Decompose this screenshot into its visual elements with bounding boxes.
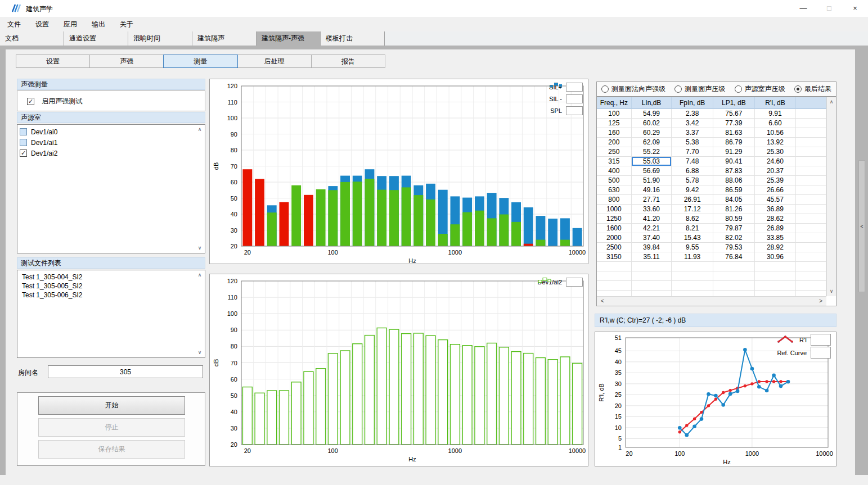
radio-icon[interactable] bbox=[601, 85, 609, 93]
table-cell[interactable]: 160 bbox=[597, 128, 632, 138]
table-cell[interactable]: 36.89 bbox=[755, 205, 797, 214]
device-checkbox[interactable] bbox=[20, 139, 27, 146]
action-button-1[interactable]: 停止 bbox=[38, 418, 185, 437]
table-cell[interactable]: 30.96 bbox=[755, 252, 797, 262]
table-cell[interactable]: 26.91 bbox=[672, 195, 713, 205]
table-cell[interactable]: 13.92 bbox=[755, 138, 797, 147]
table-cell[interactable] bbox=[796, 109, 826, 119]
table-cell[interactable]: 3.42 bbox=[672, 119, 713, 128]
table-cell[interactable]: 1250 bbox=[597, 214, 632, 224]
radio-option-2[interactable]: 声源室声压级 bbox=[735, 84, 785, 94]
device-checkbox[interactable] bbox=[20, 128, 27, 135]
table-cell[interactable]: 6.60 bbox=[755, 119, 797, 128]
table-header-cell[interactable]: LIn,dB bbox=[632, 97, 672, 109]
table-cell[interactable]: 2000 bbox=[597, 233, 632, 243]
tab-5[interactable]: 楼板打击 bbox=[321, 31, 385, 46]
minimize-button[interactable]: — bbox=[790, 0, 816, 17]
scroll-down-icon[interactable]: ∨ bbox=[828, 289, 835, 294]
room-name-input[interactable] bbox=[48, 365, 203, 378]
table-cell[interactable]: 84.05 bbox=[713, 195, 755, 205]
table-cell[interactable]: 8.62 bbox=[672, 214, 713, 224]
table-cell[interactable]: 3150 bbox=[597, 252, 632, 262]
table-cell[interactable] bbox=[796, 176, 826, 185]
table-cell[interactable]: 9.42 bbox=[672, 185, 713, 195]
table-cell[interactable]: 56.69 bbox=[632, 166, 672, 176]
table-cell[interactable]: 800 bbox=[597, 195, 632, 205]
table-cell[interactable]: 28.62 bbox=[755, 214, 797, 224]
table-cell[interactable] bbox=[796, 147, 826, 157]
subtab-3[interactable]: 后处理 bbox=[237, 55, 312, 68]
scroll-down-icon[interactable]: ∨ bbox=[196, 350, 203, 355]
table-cell[interactable] bbox=[796, 224, 826, 233]
tab-3[interactable]: 建筑隔声 bbox=[192, 31, 257, 46]
table-cell[interactable]: 88.06 bbox=[713, 176, 755, 185]
table-cell[interactable]: 500 bbox=[597, 176, 632, 185]
selected-cell[interactable]: 55.03 bbox=[632, 157, 672, 166]
maximize-button[interactable]: □ bbox=[816, 0, 842, 17]
table-header-cell[interactable]: R'I, dB bbox=[755, 97, 797, 109]
table-cell[interactable]: 62.09 bbox=[632, 138, 672, 147]
table-cell[interactable]: 82.02 bbox=[713, 233, 755, 243]
table-cell[interactable]: 35.11 bbox=[632, 252, 672, 262]
table-cell[interactable] bbox=[796, 195, 826, 205]
table-cell[interactable]: 125 bbox=[597, 119, 632, 128]
table-cell[interactable] bbox=[796, 185, 826, 195]
table-cell[interactable]: 250 bbox=[597, 147, 632, 157]
menu-item-0[interactable]: 文件 bbox=[0, 17, 28, 31]
menu-item-4[interactable]: 关于 bbox=[113, 17, 141, 31]
table-cell[interactable]: 90.41 bbox=[713, 157, 755, 166]
action-button-2[interactable]: 保存结果 bbox=[38, 440, 185, 459]
table-header-cell[interactable]: Freq., Hz bbox=[597, 97, 632, 109]
table-cell[interactable] bbox=[796, 119, 826, 128]
table-cell[interactable]: 5.78 bbox=[672, 176, 713, 185]
table-cell[interactable]: 86.59 bbox=[713, 185, 755, 195]
table-cell[interactable]: 2500 bbox=[597, 243, 632, 252]
table-cell[interactable]: 24.60 bbox=[755, 157, 797, 166]
table-cell[interactable]: 81.63 bbox=[713, 128, 755, 138]
table-cell[interactable]: 17.12 bbox=[672, 205, 713, 214]
table-horizontal-scrollbar[interactable]: < > bbox=[597, 296, 826, 306]
table-cell[interactable]: 49.16 bbox=[632, 185, 672, 195]
menu-item-3[interactable]: 输出 bbox=[84, 17, 113, 31]
table-cell[interactable] bbox=[796, 214, 826, 224]
table-cell[interactable]: 27.71 bbox=[632, 195, 672, 205]
close-button[interactable]: × bbox=[842, 0, 868, 17]
table-cell[interactable]: 315 bbox=[597, 157, 632, 166]
menu-item-1[interactable]: 设置 bbox=[28, 17, 56, 31]
table-cell[interactable]: 33.85 bbox=[755, 233, 797, 243]
table-cell[interactable]: 9.91 bbox=[755, 109, 797, 119]
test-file-item-2[interactable]: Test 1_305-006_SI2 bbox=[17, 291, 205, 300]
table-header-cell[interactable]: LP1, dB bbox=[713, 97, 755, 109]
table-cell[interactable]: 87.83 bbox=[713, 166, 755, 176]
menu-item-2[interactable]: 应用 bbox=[56, 17, 84, 31]
table-cell[interactable]: 41.20 bbox=[632, 214, 672, 224]
table-cell[interactable] bbox=[796, 205, 826, 214]
table-cell[interactable] bbox=[796, 233, 826, 243]
table-cell[interactable]: 630 bbox=[597, 185, 632, 195]
tab-2[interactable]: 混响时间 bbox=[128, 31, 192, 46]
table-cell[interactable]: 28.92 bbox=[755, 243, 797, 252]
subtab-1[interactable]: 声强 bbox=[89, 55, 164, 68]
table-cell[interactable]: 54.99 bbox=[632, 109, 672, 119]
table-cell[interactable]: 33.60 bbox=[632, 205, 672, 214]
action-button-0[interactable]: 开始 bbox=[38, 396, 185, 415]
scroll-right-icon[interactable]: > bbox=[817, 298, 825, 303]
table-cell[interactable]: 60.02 bbox=[632, 119, 672, 128]
table-cell[interactable]: 79.53 bbox=[713, 243, 755, 252]
table-cell[interactable]: 25.39 bbox=[755, 176, 797, 185]
table-vertical-scrollbar[interactable]: ∧ ∨ bbox=[826, 97, 836, 296]
table-cell[interactable]: 8.21 bbox=[672, 224, 713, 233]
table-cell[interactable]: 6.88 bbox=[672, 166, 713, 176]
subtab-2[interactable]: 测量 bbox=[163, 55, 237, 68]
table-cell[interactable]: 42.21 bbox=[632, 224, 672, 233]
table-cell[interactable]: 15.43 bbox=[672, 233, 713, 243]
table-cell[interactable]: 26.89 bbox=[755, 224, 797, 233]
table-cell[interactable]: 37.40 bbox=[632, 233, 672, 243]
test-file-item-1[interactable]: Test 1_305-005_SI2 bbox=[17, 282, 205, 291]
table-cell[interactable] bbox=[796, 166, 826, 176]
device-list-item-2[interactable]: ✓Dev1/ai2 bbox=[17, 148, 205, 159]
table-cell[interactable]: 100 bbox=[597, 109, 632, 119]
table-cell[interactable]: 1600 bbox=[597, 224, 632, 233]
table-cell[interactable]: 3.37 bbox=[672, 128, 713, 138]
table-cell[interactable]: 9.55 bbox=[672, 243, 713, 252]
